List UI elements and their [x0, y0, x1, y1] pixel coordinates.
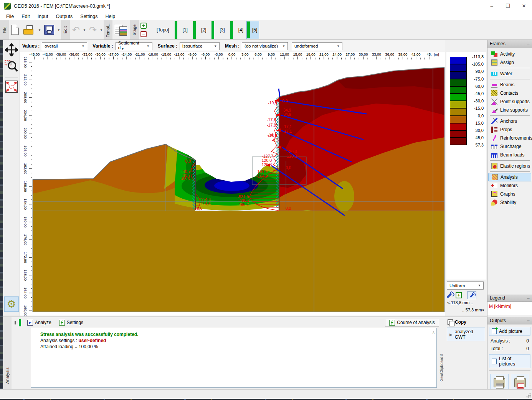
- x-ruler-label: 36,00: [385, 52, 394, 56]
- scale-edit-wrench-icon[interactable]: [446, 293, 452, 298]
- frames-item-line-supports[interactable]: Line supports: [487, 106, 532, 114]
- settings-gear-button[interactable]: ⚙: [4, 296, 19, 312]
- stage-5-selected[interactable]: [5]: [246, 21, 259, 39]
- legend-minimize-icon[interactable]: –: [527, 296, 530, 300]
- stage-1[interactable]: [1]: [180, 21, 191, 39]
- total-count: 0: [526, 346, 529, 351]
- menu-input[interactable]: Input: [34, 13, 52, 20]
- x-ruler-label: 33,00: [372, 52, 381, 56]
- surface-dropdown[interactable]: isosurface▼: [180, 42, 220, 50]
- frames-item-label: Beam loads: [500, 152, 524, 158]
- frames-item-reinforcements[interactable]: Reinforcements: [487, 134, 532, 142]
- frames-item-beam-loads[interactable]: Beam loads: [487, 151, 532, 159]
- x-ruler-label: -6,00: [202, 52, 210, 56]
- stage-3[interactable]: [3]: [216, 21, 228, 39]
- x-ruler-label: 42,00: [411, 52, 421, 56]
- redo-button[interactable]: ↷: [87, 20, 99, 40]
- legend-panel-header: Legend–: [487, 295, 532, 302]
- x-ruler-label: -15,00: [161, 52, 171, 56]
- frames-item-props[interactable]: Props: [487, 125, 532, 134]
- frames-panel-header: Frames–: [487, 40, 532, 48]
- splitter-grip[interactable]: [15, 321, 16, 324]
- new-file-icon: [11, 25, 19, 35]
- scale-value-label: -90,0: [461, 69, 484, 74]
- variable-label: Variable :: [93, 43, 113, 49]
- frames-item-assign[interactable]: Assign: [487, 58, 532, 67]
- result-value-label: -19,5: [268, 100, 277, 105]
- save-button[interactable]: [42, 20, 56, 40]
- mesh-dropdown[interactable]: (do not visualize)▼: [242, 42, 288, 50]
- stage-4[interactable]: [4]: [235, 21, 246, 39]
- fit-view-icon[interactable]: [5, 81, 18, 93]
- template-button[interactable]: [112, 20, 130, 40]
- menu-settings[interactable]: Settings: [76, 13, 101, 20]
- frames-item-surcharge[interactable]: Surcharge: [487, 142, 532, 151]
- minimize-button[interactable]: –: [484, 0, 500, 12]
- add-stage-button[interactable]: +: [140, 23, 147, 29]
- scale-distribution-dropdown[interactable]: Uniform▼: [447, 281, 484, 290]
- zoom-icon[interactable]: [5, 59, 18, 74]
- redo-dropdown-caret[interactable]: ▼: [99, 28, 104, 32]
- outputs-minimize-icon[interactable]: –: [527, 319, 530, 322]
- frames-item-activity[interactable]: Activity: [487, 50, 532, 58]
- analyzed-gwt-button[interactable]: ▶ analyzed GWT: [447, 328, 485, 341]
- model-canvas[interactable]: 0,0-40,7-40,7-63,3114,6114,60,0-19,534,9…: [20, 52, 445, 316]
- menu-help[interactable]: Help: [101, 13, 119, 20]
- frames-item-elastic-regions[interactable]: Elastic regions: [487, 162, 532, 170]
- x-ruler-label: 18,00: [306, 52, 316, 56]
- y-ruler-label: 216,00: [23, 56, 28, 67]
- menu-file[interactable]: File: [2, 13, 18, 20]
- frames-item-label: Contacts: [500, 91, 518, 96]
- result-value-label: 17,1: [284, 124, 292, 129]
- variable-dropdown[interactable]: Settlement d z▼: [116, 42, 152, 50]
- save-dropdown-caret[interactable]: ▼: [56, 28, 61, 32]
- frames-item-stability[interactable]: Stability: [487, 198, 532, 207]
- scale-settings-button[interactable]: [467, 291, 476, 299]
- scale-value-label: -113,8: [461, 54, 484, 59]
- analysis-settings-button[interactable]: Settings: [55, 319, 87, 326]
- result-value-label: 0,0: [286, 206, 291, 211]
- deformation-dropdown[interactable]: undeformed▼: [292, 42, 342, 50]
- resize-grip[interactable]: [526, 393, 531, 398]
- undo-dropdown-caret[interactable]: ▼: [82, 28, 87, 32]
- scroll-up-icon[interactable]: ∧: [432, 330, 435, 335]
- tool-separator: [5, 77, 18, 77]
- course-of-analysis-button[interactable]: Course of analysis: [385, 319, 439, 327]
- stage-bar: [247, 21, 250, 38]
- scale-value-label: 15,0: [461, 121, 484, 125]
- frames-item-monitors[interactable]: Monitors: [487, 181, 532, 190]
- stage-topo[interactable]: [Topo]: [154, 21, 172, 39]
- undo-button[interactable]: ↶: [70, 20, 82, 40]
- frames-item-analysis[interactable]: Analysis: [488, 173, 531, 181]
- frames-item-graphs[interactable]: Graphs: [487, 190, 532, 198]
- pan-icon[interactable]: [5, 43, 18, 56]
- frames-item-contacts[interactable]: Contacts: [487, 89, 532, 97]
- close-button[interactable]: ✕: [516, 0, 532, 12]
- menu-outputs[interactable]: Outputs: [52, 13, 77, 20]
- frames-item-point-supports[interactable]: Point supports: [487, 97, 532, 106]
- frames-item-anchors[interactable]: Anchors: [487, 117, 532, 125]
- new-file-button[interactable]: [9, 20, 21, 40]
- add-picture-button[interactable]: Add picture: [489, 327, 530, 336]
- frames-item-water[interactable]: Water: [487, 69, 532, 78]
- frames-item-beams[interactable]: Beams: [487, 81, 532, 89]
- open-dropdown-caret[interactable]: ▼: [37, 28, 42, 32]
- frames-list: ActivityAssignWaterBeamsContactsPoint su…: [487, 48, 532, 207]
- stage-2[interactable]: [2]: [198, 21, 209, 39]
- list-of-pictures-button[interactable]: List of pictures: [489, 354, 530, 368]
- menu-edit[interactable]: Edit: [18, 13, 34, 20]
- analyze-button[interactable]: ▶ Analyze: [23, 319, 55, 326]
- main-toolbar: File ▼ ▼ Edit ↶ ▼ ↷ ▼ Templ... Stage + −…: [0, 20, 532, 40]
- maximize-button[interactable]: ❐: [500, 0, 516, 12]
- x-ruler-label: 15,00: [293, 52, 302, 56]
- scale-add-icon[interactable]: +: [456, 292, 462, 298]
- values-dropdown[interactable]: overall▼: [42, 42, 87, 50]
- open-file-button[interactable]: [21, 20, 37, 40]
- frames-minimize-icon[interactable]: –: [527, 42, 530, 45]
- activity-icon: [491, 51, 497, 57]
- copy-panel: Copy ▶ analyzed GWT: [445, 317, 487, 389]
- app-icon: [4, 3, 11, 10]
- y-ruler-label: 160,00: [23, 305, 28, 316]
- analysis-frame-tab[interactable]: Analysis: [3, 317, 12, 389]
- remove-stage-button[interactable]: −: [140, 31, 147, 37]
